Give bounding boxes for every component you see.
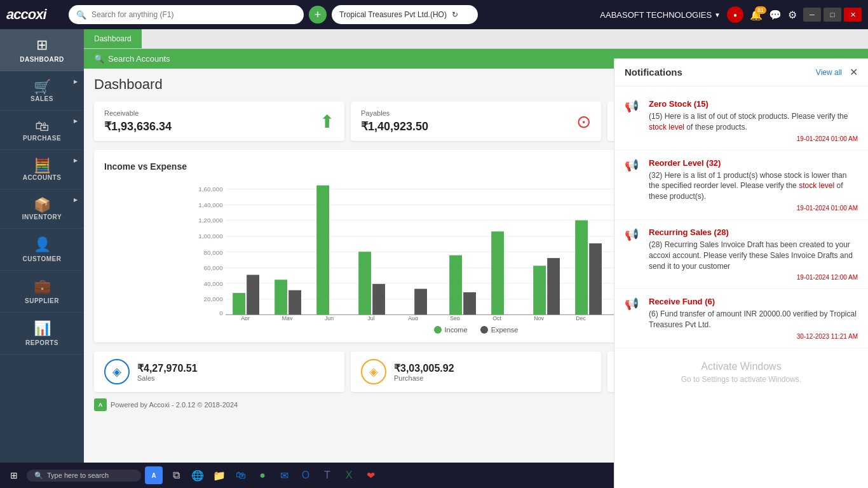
windows-icon: ⊞: [10, 470, 18, 480]
payables-label: Payables: [361, 109, 428, 117]
sidebar-item-accounts[interactable]: 🧮 ACCOUNTS ▶: [0, 150, 84, 189]
sidebar-label-purchase: PURCHASE: [23, 135, 61, 142]
svg-text:Sep: Sep: [450, 315, 460, 320]
svg-rect-29: [414, 289, 427, 315]
window-controls: ─ □ ✕: [803, 8, 862, 22]
mail-icon[interactable]: ✉: [275, 466, 294, 485]
svg-rect-27: [372, 284, 385, 315]
activate-subtitle: Go to Settings to activate Windows.: [625, 375, 858, 384]
notification-item: 📢 Recurring Sales (28) (28) Recurring Sa…: [614, 220, 868, 289]
sidebar-item-sales[interactable]: 🛒 SALES ▶: [0, 71, 84, 111]
notification-item: 📢 Receive Fund (6) (6) Fund transfer of …: [614, 289, 868, 348]
notification-badge: 81: [755, 6, 766, 14]
purchase-arrow-icon: ▶: [74, 118, 78, 124]
svg-text:Oct: Oct: [492, 315, 501, 320]
svg-rect-36: [533, 266, 546, 315]
notif-subject-2: Reorder Level (32): [649, 158, 858, 168]
page-title: Dashboard: [94, 76, 163, 93]
accounts-arrow-icon: ▶: [74, 158, 78, 163]
view-all-link[interactable]: View all: [816, 68, 842, 77]
payables-icon: ⊙: [576, 111, 591, 132]
powered-logo-icon: A: [94, 398, 107, 411]
edge-icon[interactable]: 🌐: [188, 466, 207, 485]
expense-legend: Expense: [480, 326, 519, 334]
teams-icon[interactable]: T: [318, 466, 337, 485]
notif-time-2: 19-01-2024 01:00 AM: [649, 205, 858, 212]
search-accounts[interactable]: 🔍 Search Accounts: [94, 54, 170, 64]
income-dot: [434, 326, 442, 334]
svg-text:0: 0: [219, 309, 223, 316]
sidebar-label-customer: CUSTOMER: [22, 255, 61, 262]
chrome-icon[interactable]: ●: [253, 466, 272, 485]
company-label: AABASOFT TECHNOLOGIES ▼: [600, 10, 721, 20]
taskbar-app-icons: ⧉ 🌐 📁 🛍 ● ✉ O T X ❤: [166, 466, 380, 485]
income-legend-label: Income: [445, 326, 468, 334]
outlook-icon[interactable]: O: [296, 466, 315, 485]
reports-icon: 📊: [34, 320, 51, 337]
notifications-icon[interactable]: 🔔 81: [750, 9, 763, 21]
svg-text:1,60,000: 1,60,000: [198, 186, 223, 193]
notif-time-1: 19-01-2024 01:00 AM: [649, 135, 858, 142]
notif-text-3: (28) Recurring Sales Invoice Draft has b…: [649, 240, 858, 271]
activate-title: Activate Windows: [625, 361, 858, 372]
maximize-button[interactable]: □: [824, 8, 841, 22]
sidebar-item-supplier[interactable]: 💼 SUPPLIER: [0, 271, 84, 313]
purchase-card-label: Purchase: [394, 374, 454, 382]
task-view-icon[interactable]: ⧉: [166, 466, 186, 485]
accoxi-icon[interactable]: ❤: [361, 466, 380, 485]
svg-text:May: May: [282, 315, 293, 320]
user-avatar[interactable]: ●: [727, 6, 743, 23]
sidebar-label-dashboard: DASHBOARD: [20, 56, 64, 63]
sidebar-item-customer[interactable]: 👤 CUSTOMER: [0, 229, 84, 271]
taskbar-search-label: Type here to search: [47, 471, 109, 479]
svg-text:Nov: Nov: [534, 315, 544, 320]
svg-text:20,000: 20,000: [204, 295, 224, 302]
settings-icon[interactable]: ⚙: [788, 9, 797, 21]
notif-subject-3: Recurring Sales (28): [649, 227, 858, 237]
global-search-bar[interactable]: 🔍: [69, 5, 304, 24]
svg-rect-26: [358, 252, 371, 315]
store-icon[interactable]: 🛍: [231, 466, 250, 485]
expense-dot: [480, 326, 488, 334]
minimize-button[interactable]: ─: [803, 8, 821, 22]
supplier-icon: 💼: [34, 278, 51, 295]
sidebar-item-inventory[interactable]: 📦 INVENTORY ▶: [0, 189, 84, 229]
company-name-label: Tropical Treasures Pvt Ltd.(HO): [339, 10, 447, 19]
sidebar-item-purchase[interactable]: 🛍 PURCHASE ▶: [0, 111, 84, 150]
aabasoft-taskbar-icon[interactable]: A: [145, 466, 163, 484]
sales-card-label: Sales: [137, 374, 198, 382]
svg-rect-18: [233, 293, 245, 315]
dashboard-tab[interactable]: Dashboard: [84, 29, 142, 48]
notification-item: 📢 Reorder Level (32) (32) Here is a list…: [614, 151, 868, 220]
refresh-icon[interactable]: ↻: [452, 10, 458, 19]
close-button[interactable]: ✕: [844, 8, 862, 22]
topbar-right: AABASOFT TECHNOLOGIES ▼ ● 🔔 81 💬 ⚙ ─ □ ✕: [600, 6, 862, 23]
inventory-icon: 📦: [34, 197, 51, 214]
svg-rect-39: [575, 220, 588, 315]
notification-item: 📢 Zero Stock (15) (15) Here is a list of…: [614, 92, 868, 151]
svg-rect-37: [547, 258, 560, 315]
start-button[interactable]: ⊞: [5, 468, 23, 483]
svg-text:1,20,000: 1,20,000: [198, 217, 223, 224]
add-button[interactable]: +: [309, 6, 327, 24]
sidebar-item-dashboard[interactable]: ⊞ DASHBOARD: [0, 29, 84, 71]
sidebar: ⊞ DASHBOARD 🛒 SALES ▶ 🛍 PURCHASE ▶ 🧮 ACC…: [0, 29, 84, 463]
search-accounts-icon: 🔍: [94, 54, 104, 64]
powered-text: Powered by Accoxi - 2.0.12 © 2018-2024: [111, 401, 238, 409]
explorer-icon[interactable]: 📁: [210, 466, 229, 485]
taskbar-search[interactable]: 🔍 Type here to search: [27, 470, 141, 482]
receivable-label: Receivable: [104, 109, 172, 117]
top-bar: accoxi 🔍 + Tropical Treasures Pvt Ltd.(H…: [0, 0, 868, 29]
sidebar-item-reports[interactable]: 📊 REPORTS: [0, 313, 84, 355]
taskbar-search-icon: 🔍: [34, 471, 43, 480]
inventory-arrow-icon: ▶: [74, 197, 78, 203]
notif-text-4: (6) Fund transfer of amount INR 20000.00…: [649, 309, 858, 330]
purchase-card: ◈ ₹3,03,005.92 Purchase: [351, 351, 601, 392]
notification-title: Notifications: [625, 67, 682, 78]
global-search-input[interactable]: [92, 10, 296, 19]
messages-icon[interactable]: 💬: [769, 9, 782, 21]
close-notification-icon[interactable]: ✕: [850, 66, 858, 78]
excel-icon[interactable]: X: [339, 466, 358, 485]
sales-icon: 🛒: [34, 79, 51, 95]
company-selector[interactable]: Tropical Treasures Pvt Ltd.(HO) ↻: [332, 5, 478, 24]
